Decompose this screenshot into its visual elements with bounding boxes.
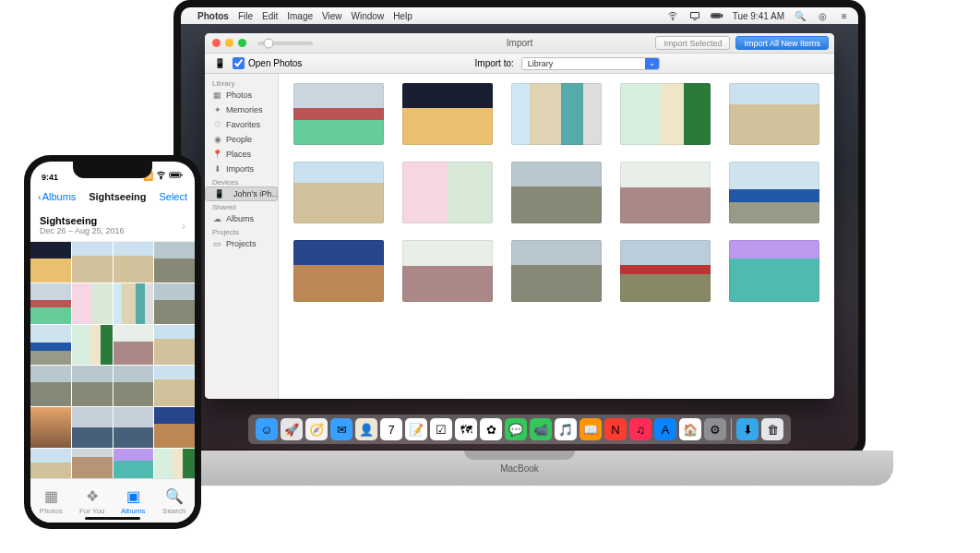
dock-trash[interactable]: 🗑 [761, 418, 783, 440]
battery-icon[interactable] [711, 9, 723, 22]
menu-file[interactable]: File [238, 11, 253, 21]
photo-thumbnail[interactable] [30, 325, 71, 366]
tab-albums[interactable]: ▣Albums [113, 479, 154, 523]
menubar-clock[interactable]: Tue 9:41 AM [733, 11, 784, 21]
import-thumbnail[interactable] [729, 162, 819, 223]
back-button[interactable]: ‹ Albums [38, 191, 76, 202]
siri-icon[interactable]: ◎ [816, 9, 829, 22]
tab-search[interactable]: 🔍Search [154, 479, 196, 523]
dock-reminders[interactable]: ☑ [430, 418, 452, 440]
photo-thumbnail[interactable] [30, 407, 71, 448]
dock-photos[interactable]: ✿ [480, 418, 502, 440]
photo-thumbnail[interactable] [72, 283, 113, 324]
sidebar-item-people[interactable]: ◉People [205, 132, 278, 147]
sidebar-item-favorites[interactable]: ♡Favorites [205, 117, 278, 132]
photo-thumbnail[interactable] [154, 283, 195, 324]
app-name-menu[interactable]: Photos [197, 11, 229, 21]
tab-photos[interactable]: ▦Photos [30, 479, 72, 523]
dock-music[interactable]: ♫ [629, 418, 651, 440]
import-thumbnail[interactable] [729, 83, 819, 145]
import-to-select[interactable]: Library ⌄ [521, 57, 660, 70]
zoom-slider[interactable] [257, 42, 313, 45]
dock-finder[interactable]: ☺ [256, 418, 278, 440]
sidebar-item-imports[interactable]: ⬇Imports [205, 162, 278, 176]
menu-image[interactable]: Image [287, 11, 313, 21]
sidebar-item-memories[interactable]: ✦Memories [205, 102, 278, 117]
dock-itunes[interactable]: 🎵 [555, 418, 577, 440]
import-thumbnail[interactable] [620, 162, 711, 223]
sidebar-item-albums[interactable]: ☁Albums [205, 211, 278, 226]
wifi-icon[interactable] [666, 9, 679, 22]
battery-icon [169, 171, 184, 181]
close-traffic-light[interactable] [212, 39, 221, 47]
menu-window[interactable]: Window [352, 11, 385, 21]
minimize-traffic-light[interactable] [225, 39, 233, 47]
photo-thumbnail[interactable] [114, 242, 154, 283]
import-thumbnail[interactable] [511, 83, 602, 145]
dock-contacts[interactable]: 👤 [355, 418, 377, 440]
select-button[interactable]: Select [159, 190, 187, 203]
photo-thumbnail[interactable] [154, 407, 195, 448]
photo-thumbnail[interactable] [72, 242, 113, 283]
dock-news[interactable]: N [604, 418, 627, 440]
sidebar-item-label: Places [226, 150, 251, 159]
album-header[interactable]: Sightseeing Dec 26 – Aug 25, 2016 › [30, 210, 195, 242]
chevron-right-icon: › [182, 219, 185, 233]
sidebar-item-john-s-iph-[interactable]: 📱John's iPh… [205, 186, 278, 201]
import-thumbnail[interactable] [729, 240, 819, 302]
import-thumbnail[interactable] [293, 240, 384, 302]
sidebar-item-places[interactable]: 📍Places [205, 147, 278, 162]
photo-thumbnail[interactable] [154, 325, 195, 366]
photo-thumbnail[interactable] [72, 407, 113, 448]
dock-notes[interactable]: 📝 [405, 418, 427, 440]
chevron-left-icon: ‹ [38, 191, 42, 202]
fullscreen-traffic-light[interactable] [238, 39, 246, 47]
dock-preferences[interactable]: ⚙ [704, 418, 726, 440]
photo-thumbnail[interactable] [114, 407, 154, 448]
dock-home[interactable]: 🏠 [679, 418, 701, 440]
photo-thumbnail[interactable] [114, 283, 154, 324]
import-thumbnail[interactable] [402, 240, 493, 302]
import-to-label: Import to: [475, 58, 514, 68]
import-selected-button[interactable]: Import Selected [655, 36, 730, 50]
photo-thumbnail[interactable] [114, 366, 154, 406]
photo-thumbnail[interactable] [154, 366, 195, 406]
import-thumbnail[interactable] [402, 162, 493, 223]
home-indicator[interactable] [85, 517, 140, 520]
dock-mail[interactable]: ✉ [330, 418, 353, 440]
import-thumbnail[interactable] [511, 162, 602, 223]
menu-help[interactable]: Help [393, 11, 412, 21]
dock-downloads[interactable]: ⬇ [736, 418, 759, 440]
dock-safari[interactable]: 🧭 [305, 418, 328, 440]
dock-appstore[interactable]: A [654, 418, 676, 440]
sidebar-item-photos[interactable]: ▦Photos [205, 88, 278, 102]
photo-thumbnail[interactable] [30, 366, 71, 406]
dock-maps[interactable]: 🗺 [455, 418, 477, 440]
tab-for-you[interactable]: ❖For You [72, 479, 114, 523]
photo-thumbnail[interactable] [30, 283, 71, 324]
import-thumbnail[interactable] [293, 162, 384, 223]
import-thumbnail[interactable] [511, 240, 602, 302]
sidebar-item-projects[interactable]: ▭Projects [205, 236, 278, 251]
photo-thumbnail[interactable] [72, 325, 113, 366]
import-all-button[interactable]: Import All New Items [735, 36, 829, 50]
photo-thumbnail[interactable] [30, 242, 71, 283]
photo-thumbnail[interactable] [72, 366, 113, 406]
import-thumbnail[interactable] [293, 83, 384, 145]
display-icon[interactable] [688, 9, 701, 22]
import-thumbnail[interactable] [620, 83, 711, 145]
dock-ibooks[interactable]: 📖 [580, 418, 602, 440]
dock-messages[interactable]: 💬 [505, 418, 527, 440]
photo-thumbnail[interactable] [114, 325, 154, 366]
open-photos-checkbox[interactable]: Open Photos [233, 57, 302, 69]
dock-facetime[interactable]: 📹 [530, 418, 552, 440]
dock-calendar[interactable]: 7 [380, 418, 402, 440]
menu-edit[interactable]: Edit [262, 11, 278, 21]
import-thumbnail[interactable] [402, 83, 493, 145]
spotlight-icon[interactable]: 🔍 [794, 9, 807, 22]
photo-thumbnail[interactable] [154, 242, 195, 283]
notification-center-icon[interactable]: ≡ [838, 9, 851, 22]
menu-view[interactable]: View [322, 11, 342, 21]
import-thumbnail[interactable] [620, 240, 711, 302]
dock-launchpad[interactable]: 🚀 [281, 418, 303, 440]
